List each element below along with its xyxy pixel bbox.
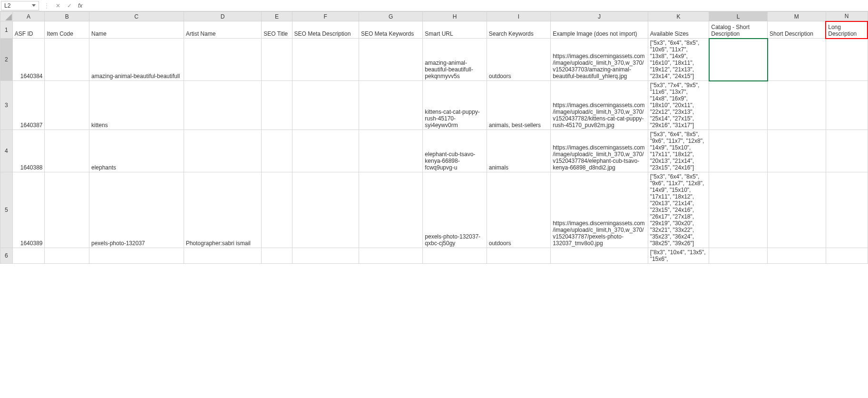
cell-G6[interactable] bbox=[359, 248, 422, 264]
cell-D2[interactable] bbox=[184, 39, 262, 81]
cell-N1[interactable]: Long Description bbox=[826, 21, 868, 39]
cell-N4[interactable] bbox=[826, 130, 868, 172]
cell-I1[interactable]: Search Keywords bbox=[487, 21, 550, 39]
name-box[interactable]: L2 bbox=[1, 1, 39, 10]
cell-I6[interactable] bbox=[487, 248, 550, 264]
cell-N2[interactable] bbox=[826, 39, 868, 81]
cell-M1[interactable]: Short Description bbox=[768, 21, 826, 39]
cell-E4[interactable] bbox=[262, 130, 292, 172]
column-header-F[interactable]: F bbox=[292, 12, 359, 21]
cell-G3[interactable] bbox=[359, 81, 422, 130]
cell-C5[interactable]: pexels-photo-132037 bbox=[89, 172, 184, 248]
column-header-J[interactable]: J bbox=[551, 12, 648, 21]
cell-J1[interactable]: Example Image (does not import) bbox=[551, 21, 648, 39]
cell-E6[interactable] bbox=[262, 248, 292, 264]
cell-I5[interactable]: outdoors bbox=[487, 172, 550, 248]
row-header-2[interactable]: 2 bbox=[0, 39, 13, 81]
column-header-G[interactable]: G bbox=[359, 12, 422, 21]
cell-M5[interactable] bbox=[768, 172, 826, 248]
cell-G1[interactable]: SEO Meta Keywords bbox=[359, 21, 422, 39]
column-header-N[interactable]: N bbox=[826, 12, 868, 21]
cell-M4[interactable] bbox=[768, 130, 826, 172]
cell-J6[interactable] bbox=[551, 248, 648, 264]
cell-C3[interactable]: kittens bbox=[89, 81, 184, 130]
cell-N5[interactable] bbox=[826, 172, 868, 248]
column-header-M[interactable]: M bbox=[768, 12, 826, 21]
cell-H5[interactable]: pexels-photo-132037-qxbc-cj50gy bbox=[423, 172, 487, 248]
cell-G2[interactable] bbox=[359, 39, 422, 81]
cell-E3[interactable] bbox=[262, 81, 292, 130]
cell-F4[interactable] bbox=[292, 130, 359, 172]
cell-H1[interactable]: Smart URL bbox=[423, 21, 487, 39]
spreadsheet-grid[interactable]: ABCDEFGHIJKLMN1ASF IDItem CodeNameArtist… bbox=[0, 11, 868, 264]
cell-C6[interactable] bbox=[89, 248, 184, 264]
cell-L3[interactable] bbox=[709, 81, 768, 130]
cell-K3[interactable]: ["5x3", "7x4", "9x5", "11x6", "13x7", "1… bbox=[648, 81, 709, 130]
cell-D5[interactable]: Photographer:sabri ismail bbox=[184, 172, 262, 248]
cell-H6[interactable] bbox=[423, 248, 487, 264]
column-header-L[interactable]: L bbox=[709, 12, 768, 21]
cell-B6[interactable] bbox=[45, 248, 89, 264]
cell-H4[interactable]: elephant-cub-tsavo-kenya-66898-fcwq9upvg… bbox=[423, 130, 487, 172]
cell-J2[interactable]: https://images.discerningassets.com/imag… bbox=[551, 39, 648, 81]
cell-M3[interactable] bbox=[768, 81, 826, 130]
column-header-B[interactable]: B bbox=[45, 12, 89, 21]
cell-B4[interactable] bbox=[45, 130, 89, 172]
cell-K5[interactable]: ["5x3", "6x4", "8x5", "9x6", "11x7", "12… bbox=[648, 172, 709, 248]
cell-A2[interactable]: 1640384 bbox=[12, 39, 45, 81]
cell-H2[interactable]: amazing-animal-beautiful-beautifull-pekq… bbox=[423, 39, 487, 81]
cell-N3[interactable] bbox=[826, 81, 868, 130]
cell-I2[interactable]: outdoors bbox=[487, 39, 550, 81]
cell-E2[interactable] bbox=[262, 39, 292, 81]
row-header-1[interactable]: 1 bbox=[0, 21, 13, 39]
row-header-6[interactable]: 6 bbox=[0, 248, 13, 264]
cell-J5[interactable]: https://images.discerningassets.com/imag… bbox=[551, 172, 648, 248]
cell-H3[interactable]: kittens-cat-cat-puppy-rush-45170-syi4eyw… bbox=[423, 81, 487, 130]
column-header-E[interactable]: E bbox=[262, 12, 292, 21]
cell-L2[interactable] bbox=[709, 39, 768, 81]
fx-label[interactable]: fx bbox=[78, 2, 82, 9]
cell-D6[interactable] bbox=[184, 248, 262, 264]
cell-E5[interactable] bbox=[262, 172, 292, 248]
cell-I4[interactable]: animals bbox=[487, 130, 550, 172]
column-header-K[interactable]: K bbox=[648, 12, 709, 21]
cell-A5[interactable]: 1640389 bbox=[12, 172, 45, 248]
row-header-4[interactable]: 4 bbox=[0, 130, 13, 172]
cell-B2[interactable] bbox=[45, 39, 89, 81]
column-header-D[interactable]: D bbox=[184, 12, 262, 21]
column-header-C[interactable]: C bbox=[89, 12, 184, 21]
cell-E1[interactable]: SEO Title bbox=[262, 21, 292, 39]
cell-F3[interactable] bbox=[292, 81, 359, 130]
cell-J3[interactable]: https://images.discerningassets.com/imag… bbox=[551, 81, 648, 130]
cell-K6[interactable]: ["8x3", "10x4", "13x5", "15x6", bbox=[648, 248, 709, 264]
cell-K1[interactable]: Available Sizes bbox=[648, 21, 709, 39]
check-icon[interactable]: ✓ bbox=[66, 2, 73, 10]
cell-A3[interactable]: 1640387 bbox=[12, 81, 45, 130]
cell-B3[interactable] bbox=[45, 81, 89, 130]
cell-F6[interactable] bbox=[292, 248, 359, 264]
cell-A6[interactable] bbox=[12, 248, 45, 264]
row-header-5[interactable]: 5 bbox=[0, 172, 13, 248]
cell-A4[interactable]: 1640388 bbox=[12, 130, 45, 172]
cell-L4[interactable] bbox=[709, 130, 768, 172]
cell-L6[interactable] bbox=[709, 248, 768, 264]
cell-C4[interactable]: elephants bbox=[89, 130, 184, 172]
cell-M2[interactable] bbox=[768, 39, 826, 81]
row-header-3[interactable]: 3 bbox=[0, 81, 13, 130]
column-header-A[interactable]: A bbox=[12, 12, 45, 21]
cell-K4[interactable]: ["5x3", "6x4", "8x5", "9x6", "11x7", "12… bbox=[648, 130, 709, 172]
cell-D3[interactable] bbox=[184, 81, 262, 130]
cell-I3[interactable]: animals, best-sellers bbox=[487, 81, 550, 130]
cell-G4[interactable] bbox=[359, 130, 422, 172]
select-all-cell[interactable] bbox=[0, 12, 13, 21]
cell-L1[interactable]: Catalog - Short Description bbox=[709, 21, 768, 39]
cell-D1[interactable]: Artist Name bbox=[184, 21, 262, 39]
cell-B1[interactable]: Item Code bbox=[45, 21, 89, 39]
cell-K2[interactable]: ["5x3", "6x4", "8x5", "10x6", "11x7", "1… bbox=[648, 39, 709, 81]
cell-C2[interactable]: amazing-animal-beautiful-beautifull bbox=[89, 39, 184, 81]
cell-N6[interactable] bbox=[826, 248, 868, 264]
cell-D4[interactable] bbox=[184, 130, 262, 172]
cell-L5[interactable] bbox=[709, 172, 768, 248]
column-header-I[interactable]: I bbox=[487, 12, 550, 21]
column-header-H[interactable]: H bbox=[423, 12, 487, 21]
